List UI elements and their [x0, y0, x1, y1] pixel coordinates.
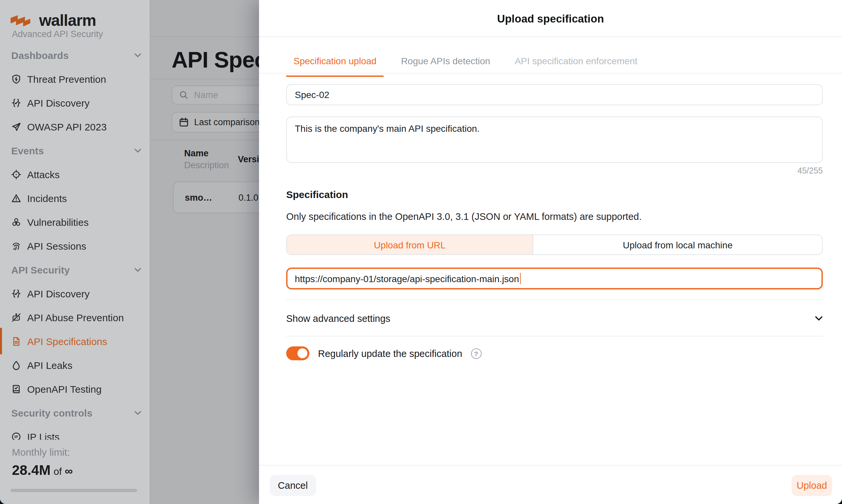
sidebar-item-vulnerabilities[interactable]: Vulnerabilities	[0, 210, 150, 234]
page-title: API Specifications	[172, 47, 259, 73]
monthly-limit-label: Monthly limit:	[12, 446, 70, 457]
sidebar-item-incidents[interactable]: Incidents	[0, 186, 150, 210]
sidebar-item-api-specifications[interactable]: API Specifications	[0, 329, 150, 353]
cancel-button[interactable]: Cancel	[270, 475, 316, 496]
search-icon	[179, 90, 189, 100]
biohazard-icon	[11, 217, 21, 227]
sidebar-nav: Dashboards Threat Prevention API Discove…	[0, 43, 150, 448]
fingerprint-icon	[11, 241, 21, 251]
sidebar-item-api-leaks[interactable]: API Leaks	[0, 353, 150, 377]
braces-check-icon	[11, 98, 21, 108]
brand-subtitle: Advanced API Security	[12, 29, 103, 39]
upload-source-segmented-control: Upload from URL Upload from local machin…	[286, 234, 823, 255]
sidebar-header-security-controls[interactable]: Security controls	[0, 401, 150, 425]
wallarm-logo-icon	[11, 14, 34, 27]
app-window: wallarm Advanced API Security Dashboards…	[0, 0, 842, 504]
segment-upload-from-url[interactable]: Upload from URL	[287, 235, 533, 254]
drawer-title: Upload specification	[259, 13, 842, 25]
char-counter: 45/255	[798, 166, 823, 176]
title-divider	[150, 79, 259, 79]
chevron-down-icon	[135, 148, 141, 152]
sidebar-item-api-discovery[interactable]: API Discovery	[0, 91, 150, 114]
header-divider	[150, 36, 259, 37]
sidebar-header-api-security[interactable]: API Security	[0, 258, 150, 282]
specification-section-title: Specification	[286, 189, 348, 200]
regular-update-label: Regularly update the specification	[318, 348, 462, 359]
drawer-header-divider	[259, 36, 842, 37]
book-check-icon	[11, 384, 21, 394]
sidebar-item-attacks[interactable]: Attacks	[0, 162, 150, 186]
upload-button[interactable]: Upload	[792, 475, 832, 496]
row-version: 0.1.0	[238, 193, 258, 203]
spec-description-textarea[interactable]: This is the company's main API specifica…	[286, 116, 823, 163]
filters-divider	[150, 140, 259, 140]
table-row[interactable]: smo… 0.1.0	[173, 181, 259, 213]
main-page: API Specifications Name Last comparison …	[150, 0, 259, 504]
specification-section-hint: Only specifications in the OpenAPI 3.0, …	[286, 211, 642, 222]
limit-progress-bar	[11, 489, 137, 492]
show-advanced-settings-toggle-row[interactable]: Show advanced settings	[286, 313, 823, 324]
sidebar-item-api-discovery-2[interactable]: API Discovery	[0, 282, 150, 305]
advanced-divider-bottom	[286, 336, 823, 337]
toggle-knob	[298, 348, 307, 358]
advanced-divider-top	[286, 299, 823, 300]
column-header-description[interactable]: Description	[184, 160, 229, 170]
chevron-down-icon	[135, 410, 141, 415]
document-icon	[11, 336, 21, 346]
sidebar-header-dashboards[interactable]: Dashboards	[0, 43, 150, 67]
target-icon	[11, 169, 21, 179]
paper-plane-icon	[11, 122, 21, 131]
braces-check-icon	[11, 288, 21, 299]
search-input[interactable]: Name	[172, 86, 259, 105]
row-name: smo…	[185, 193, 212, 203]
drawer-tabs: Specification upload Rogue APIs detectio…	[286, 56, 645, 77]
comparison-date-filter[interactable]: Last comparison	[172, 112, 259, 132]
segment-upload-from-local-machine[interactable]: Upload from local machine	[533, 235, 822, 254]
sidebar-item-openapi-testing[interactable]: OpenAPI Testing	[0, 377, 150, 401]
sidebar: wallarm Advanced API Security Dashboards…	[0, 0, 150, 504]
footer-divider	[259, 465, 842, 466]
tab-specification-upload[interactable]: Specification upload	[286, 56, 384, 77]
spec-url-input[interactable]: https://company-01/storage/api-specifica…	[286, 268, 823, 289]
text-caret	[520, 273, 521, 284]
sidebar-item-api-abuse-prevention[interactable]: API Abuse Prevention	[0, 305, 150, 329]
shield-bolt-icon	[11, 74, 21, 84]
column-header-version[interactable]: Version	[238, 154, 259, 164]
brand-block: wallarm	[11, 11, 96, 30]
active-indicator	[0, 328, 2, 354]
tab-rogue-apis-detection[interactable]: Rogue APIs detection	[394, 56, 498, 77]
monthly-limit-value: 28.4M of ∞	[12, 462, 73, 478]
brand-name: wallarm	[39, 11, 96, 30]
sidebar-footer: Monthly limit: 28.4M of ∞	[0, 440, 150, 504]
svg-text:IP: IP	[15, 434, 18, 438]
chevron-down-icon	[135, 53, 141, 57]
spec-name-input[interactable]	[286, 84, 823, 105]
column-header-name[interactable]: Name	[184, 148, 209, 158]
robot-crossed-icon	[11, 312, 21, 322]
chevron-down-icon	[815, 316, 823, 321]
regular-update-row: Regularly update the specification ?	[286, 346, 481, 360]
regular-update-toggle[interactable]	[286, 346, 309, 360]
sidebar-item-owasp-api-2023[interactable]: OWASP API 2023	[0, 114, 150, 139]
sidebar-item-threat-prevention[interactable]: Threat Prevention	[0, 67, 150, 91]
help-question-icon[interactable]: ?	[471, 348, 481, 359]
warning-triangle-icon	[11, 193, 21, 203]
infinity-glyph: ∞	[65, 465, 73, 478]
tab-api-specification-enforcement[interactable]: API specification enforcement	[507, 56, 645, 77]
sidebar-header-events[interactable]: Events	[0, 139, 150, 162]
droplet-icon	[11, 360, 21, 370]
sidebar-item-api-sessions[interactable]: API Sessions	[0, 234, 150, 258]
upload-specification-drawer: Upload specification Specification uploa…	[259, 0, 842, 504]
chevron-down-icon	[135, 267, 141, 272]
calendar-icon	[179, 117, 189, 127]
